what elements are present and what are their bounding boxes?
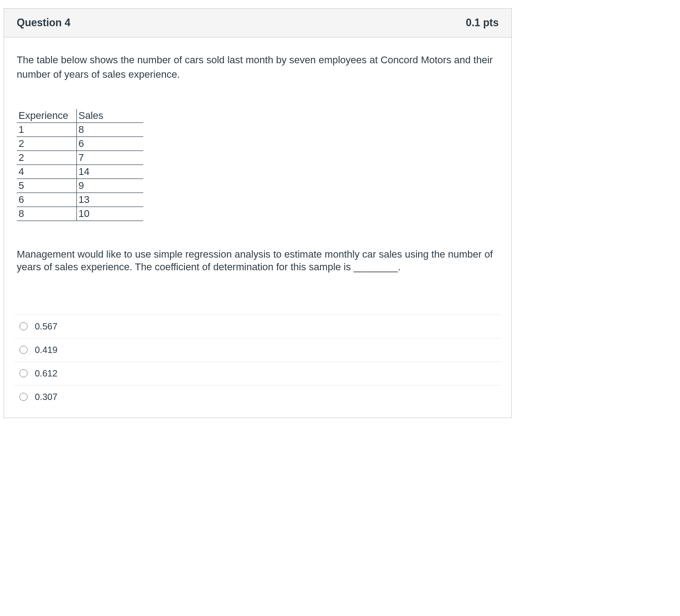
cell-sales: 8 xyxy=(76,122,143,136)
answer-option[interactable]: 0.419 xyxy=(14,339,501,362)
answer-option[interactable]: 0.612 xyxy=(14,362,501,386)
table-row: 8 10 xyxy=(17,207,143,221)
table-row: 2 7 xyxy=(17,150,143,165)
question-followup: Management would like to use simple regr… xyxy=(17,248,499,274)
cell-experience: 2 xyxy=(17,150,76,165)
cell-sales: 13 xyxy=(76,193,143,207)
answer-radio[interactable] xyxy=(19,346,28,354)
data-table: Experience Sales 1 8 2 6 2 7 4 xyxy=(17,109,143,221)
question-prompt: The table below shows the number of cars… xyxy=(17,53,499,82)
table-row: 1 8 xyxy=(17,122,143,136)
question-header: Question 4 0.1 pts xyxy=(4,9,511,38)
cell-sales: 10 xyxy=(76,207,143,221)
question-body: The table below shows the number of cars… xyxy=(4,38,511,418)
answer-label: 0.307 xyxy=(35,392,498,402)
cell-experience: 5 xyxy=(17,179,76,193)
table-header-row: Experience Sales xyxy=(17,109,143,123)
cell-experience: 4 xyxy=(17,165,76,179)
cell-experience: 1 xyxy=(17,122,76,136)
question-card: Question 4 0.1 pts The table below shows… xyxy=(4,8,512,418)
question-title: Question 4 xyxy=(17,17,71,29)
table-row: 4 14 xyxy=(17,165,143,179)
answer-radio[interactable] xyxy=(19,393,28,401)
answer-list: 0.567 0.419 0.612 0.307 xyxy=(14,315,501,409)
answer-label: 0.567 xyxy=(35,321,498,332)
table-row: 2 6 xyxy=(17,136,143,150)
cell-experience: 2 xyxy=(17,136,76,150)
answer-option[interactable]: 0.307 xyxy=(14,386,501,409)
table-header-sales: Sales xyxy=(76,109,143,123)
table-row: 6 13 xyxy=(17,193,143,207)
cell-sales: 7 xyxy=(76,150,143,165)
table-header-experience: Experience xyxy=(17,109,76,123)
cell-experience: 6 xyxy=(17,193,76,207)
question-points: 0.1 pts xyxy=(466,17,499,29)
answer-radio[interactable] xyxy=(19,322,28,330)
cell-sales: 6 xyxy=(76,136,143,150)
cell-experience: 8 xyxy=(17,207,76,221)
answer-label: 0.419 xyxy=(35,345,498,355)
cell-sales: 9 xyxy=(76,179,143,193)
answer-label: 0.612 xyxy=(35,368,498,379)
answer-option[interactable]: 0.567 xyxy=(14,315,501,339)
table-row: 5 9 xyxy=(17,179,143,193)
cell-sales: 14 xyxy=(76,165,143,179)
answer-radio[interactable] xyxy=(19,369,28,377)
